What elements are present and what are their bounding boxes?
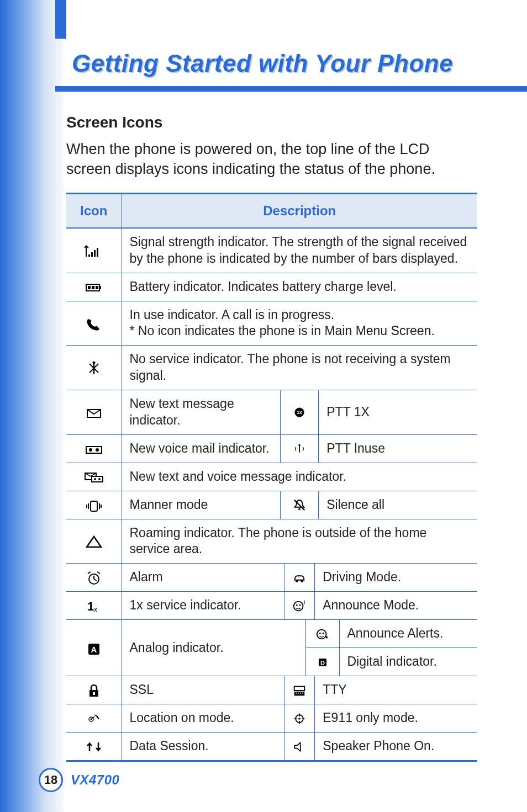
svg-point-35 (319, 633, 321, 634)
svg-point-36 (322, 633, 324, 634)
intro-paragraph: When the phone is powered on, the top li… (66, 139, 477, 179)
ssl-description: SSL (122, 676, 285, 704)
d-box-icon: D (306, 648, 339, 676)
satellite-signal-icon (66, 704, 122, 732)
voicemail-tape-icon (66, 434, 122, 463)
svg-point-19 (94, 478, 96, 480)
th-icon: Icon (66, 193, 122, 228)
newvoice-description: New voice mail indicator. (122, 435, 281, 463)
pttinuse-description: PTT Inuse (319, 435, 477, 463)
svg-rect-21 (91, 501, 97, 511)
svg-point-24 (296, 580, 298, 583)
manner-description: Manner mode (122, 491, 281, 519)
svg-rect-42 (294, 687, 305, 691)
newvoice-row: New voice mail indicator. PTT Inuse (122, 434, 477, 463)
page-number-badge: 18 (39, 768, 63, 792)
screen-icons-table: Icon Description Signal strength indicat… (66, 193, 477, 762)
a-box-icon: A (66, 620, 122, 676)
battery-icon (66, 273, 122, 301)
svg-rect-46 (300, 693, 301, 694)
svg-text:1x: 1x (297, 410, 302, 415)
svg-rect-43 (294, 692, 305, 696)
manner-row: Manner mode Silence all (122, 491, 477, 519)
svg-point-20 (98, 478, 101, 480)
svg-point-14 (89, 448, 92, 452)
page-title: Getting Started with Your Phone (66, 39, 477, 87)
arrows-updown-icon (66, 732, 122, 761)
svg-text:D: D (320, 660, 325, 666)
svg-point-34 (317, 630, 326, 639)
speaker-description: Speaker Phone On. (315, 733, 477, 760)
car-icon (284, 564, 315, 591)
speaker-icon (284, 733, 315, 760)
svg-point-16 (299, 444, 301, 445)
inuse-description: In use indicator. A call is in progress.… (122, 301, 477, 346)
svg-rect-5 (99, 286, 101, 289)
triangle-icon (66, 519, 122, 564)
textandvoice-description: New text and voice message indicator. (122, 463, 477, 491)
svg-rect-45 (298, 693, 299, 694)
location-description: Location on mode. (122, 704, 285, 732)
bell-slash-icon (280, 491, 319, 519)
th-description: Description (122, 193, 477, 228)
newtext-description: New text message indicator. (122, 390, 281, 434)
svg-point-28 (294, 602, 303, 611)
section-heading: Screen Icons (66, 114, 477, 131)
svg-text:x: x (94, 606, 97, 613)
svg-rect-13 (86, 447, 102, 453)
svg-rect-8 (96, 286, 98, 289)
ptt-1x-icon: 1x (280, 390, 319, 434)
crosshair-icon (284, 704, 315, 732)
alarm-description: Alarm (122, 564, 285, 591)
lock-icon (66, 676, 122, 704)
silenceall-description: Silence all (319, 491, 477, 519)
page-footer: 18 VX4700 (39, 768, 119, 792)
battery-description: Battery indicator. Indicates battery cha… (122, 273, 477, 301)
svg-rect-41 (93, 692, 95, 695)
svg-rect-44 (296, 693, 297, 694)
svg-point-30 (299, 604, 301, 606)
svg-rect-2 (94, 250, 96, 257)
svg-rect-7 (92, 286, 94, 289)
tty-description: TTY (315, 676, 477, 704)
envelope-tape-icon (66, 463, 122, 491)
svg-text:1: 1 (87, 599, 94, 613)
digital-description: Digital indicator. (339, 648, 477, 676)
svg-point-29 (296, 604, 298, 606)
svg-point-9 (92, 362, 95, 364)
announce-description: Announce Mode. (315, 592, 477, 619)
svg-point-37 (325, 636, 328, 639)
tty-icon (284, 676, 315, 704)
ptt1x-description: PTT 1X (319, 390, 477, 434)
svg-text:!: ! (304, 599, 305, 605)
svg-point-51 (299, 718, 301, 719)
noservice-description: No service indicator. The phone is not r… (122, 346, 477, 390)
svg-rect-1 (91, 252, 93, 257)
envelope-icon (66, 390, 122, 435)
alarm-clock-icon (66, 564, 122, 592)
antenna-crossed-icon (66, 346, 122, 390)
svg-text:A: A (91, 645, 97, 654)
svg-rect-18 (92, 476, 103, 482)
vibrate-icon (66, 491, 122, 519)
e911-description: E911 only mode. (315, 704, 477, 732)
signal-strength-icon (66, 228, 122, 273)
signal-description: Signal strength indicator. The strength … (122, 228, 477, 273)
announce-face-icon: ! (284, 592, 315, 619)
svg-point-22 (298, 508, 301, 510)
announcealerts-description: Announce Alerts. (339, 620, 477, 648)
svg-point-15 (96, 448, 99, 452)
announce-face-alert-icon (306, 620, 339, 648)
analog-description: Analog indicator. (122, 620, 307, 676)
onex-description: 1x service indicator. (122, 592, 285, 619)
svg-rect-3 (97, 248, 98, 257)
svg-rect-0 (88, 254, 90, 257)
model-label: VX4700 (71, 772, 119, 788)
roaming-description: Roaming indicator. The phone is outside … (122, 519, 477, 564)
svg-rect-6 (88, 286, 91, 289)
ptt-antenna-icon (280, 435, 319, 463)
svg-point-25 (301, 580, 304, 583)
svg-rect-47 (302, 693, 303, 694)
driving-description: Driving Mode. (315, 564, 477, 591)
one-x-icon: 1x (66, 592, 122, 620)
